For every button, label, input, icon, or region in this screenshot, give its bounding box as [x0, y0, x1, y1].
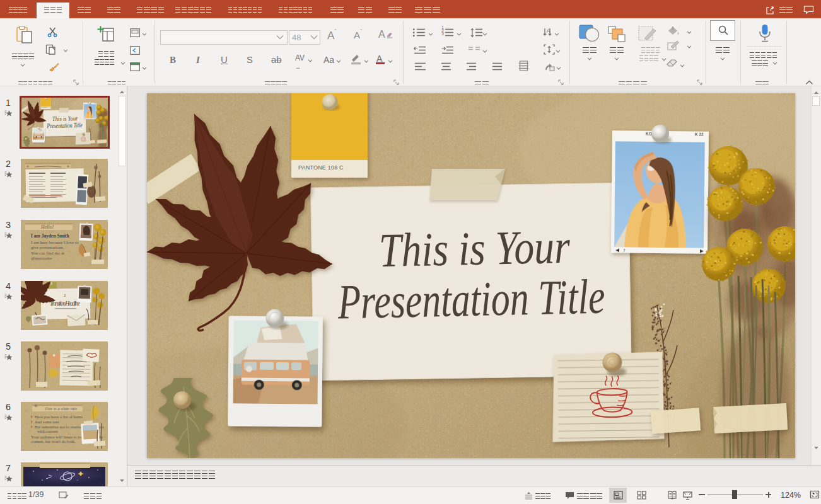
svg-text:give presentations.: give presentations.	[31, 245, 64, 250]
svg-text:This is a slide title: This is a slide title	[45, 406, 77, 411]
svg-text:content, but won't do both.: content, but won't do both.	[31, 439, 76, 444]
svg-text:And some text: And some text	[35, 420, 59, 424]
svg-text:@username: @username	[31, 256, 52, 261]
svg-text:with content: with content	[37, 429, 58, 433]
svg-text:Here you have a list of items: Here you have a list of items	[35, 415, 83, 419]
svg-text:I am here because I love to: I am here because I love to	[31, 240, 79, 245]
svg-text:1: 1	[64, 293, 66, 298]
svg-text:Hello!: Hello!	[40, 224, 54, 230]
svg-text:You can find me at: You can find me at	[31, 251, 64, 256]
svg-text:Transition Headline: Transition Headline	[50, 301, 80, 307]
svg-text:I am Jayden Smith: I am Jayden Smith	[31, 233, 69, 239]
svg-text:A: A	[547, 28, 550, 34]
